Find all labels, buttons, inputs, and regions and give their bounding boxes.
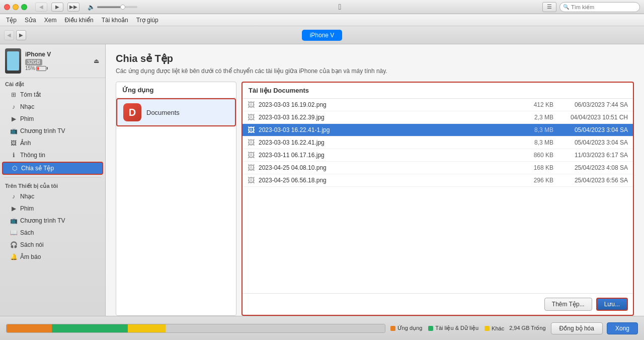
menu-sua[interactable]: Sửa	[21, 16, 40, 25]
doc-size: 296 KB	[518, 177, 553, 184]
documents-app-icon: D	[123, 103, 141, 121]
apps-label-text: Ứng dụng	[397, 325, 423, 331]
volume-control: 🔈	[88, 4, 137, 11]
sachnoi-icon: 🎧	[10, 241, 17, 248]
sidebar-item-label: Sách nói	[20, 241, 44, 248]
other-color-dot	[485, 326, 490, 331]
file-share-container: Ứng dụng D Documents Tài liệu Documents	[116, 82, 634, 316]
close-button[interactable]	[4, 4, 10, 10]
app-icon-letter: D	[129, 107, 136, 118]
doc-size: 168 KB	[518, 164, 553, 171]
minimize-button[interactable]	[13, 4, 19, 10]
menu-tep[interactable]: Tệp	[2, 16, 21, 25]
doc-name: 2023-03-11 06.17.16.jpg	[259, 152, 514, 159]
list-view-icon: ☰	[547, 4, 552, 10]
storage-segment-other	[128, 324, 166, 332]
save-button[interactable]: Lưu...	[596, 298, 628, 311]
file-icon: 🖼	[248, 126, 255, 134]
sidebar-item-phim2[interactable]: ▶ Phim	[2, 203, 103, 214]
file-icon: 🖼	[248, 113, 255, 121]
main-area: iPhone V 32GB 15% ⏏ Cài đặt ⊞ Tóm tắt	[0, 44, 644, 316]
back-button[interactable]: ◀	[35, 3, 47, 12]
doc-date: 11/03/2023 6:17 SA	[557, 152, 628, 159]
sidebar-section-device: Trên Thiết bị của tôi	[0, 180, 105, 190]
table-row[interactable]: 🖼 2023-03-03 16.22.41.jpg 8,3 MB 05/04/2…	[243, 137, 633, 149]
sidebar-item-chiase[interactable]: ⬡ Chia sẻ Tệp	[2, 162, 103, 175]
sidebar-item-chuongtrinhtv[interactable]: 📺 Chương trình TV	[2, 125, 103, 137]
add-file-button[interactable]: Thêm Tệp...	[544, 298, 592, 311]
sidebar-item-phim[interactable]: ▶ Phim	[2, 113, 103, 124]
sidebar-item-label: Chương trình TV	[20, 217, 65, 224]
sidebar-section-setup: Cài đặt	[0, 78, 105, 89]
sidebar-item-chuongtrinhtv2[interactable]: 📺 Chương trình TV	[2, 215, 103, 226]
list-view-button[interactable]: ☰	[542, 2, 556, 12]
tomtat-icon: ⊞	[10, 91, 17, 98]
volume-thumb[interactable]	[120, 5, 125, 10]
docs-panel-header: Tài liệu Documents	[243, 83, 633, 99]
table-row[interactable]: 🖼 2023-03-11 06.17.16.jpg 860 KB 11/03/2…	[243, 149, 633, 162]
play-button[interactable]: ▶▶	[67, 3, 79, 12]
menu-dieukhien[interactable]: Điều khiển	[60, 16, 97, 25]
menu-xem[interactable]: Xem	[40, 16, 61, 25]
page-title: Chia sẻ Tệp	[116, 52, 634, 64]
table-row[interactable]: 🖼 2023-03-03 16.22.39.jpg 2,3 MB 04/04/2…	[243, 111, 633, 124]
phim-icon: ▶	[10, 115, 17, 122]
table-row[interactable]: 🖼 2023-03-03 16.22.41-1.jpg 8,3 MB 05/04…	[243, 124, 633, 137]
search-input[interactable]	[571, 4, 636, 10]
apps-color-dot	[390, 326, 395, 331]
battery-body	[36, 66, 46, 71]
sidebar-item-nhac[interactable]: ♪ Nhạc	[2, 101, 103, 112]
storage-label-other: Khác	[485, 325, 504, 331]
storage-segment-docs	[52, 324, 127, 332]
sidebar-item-tomtat[interactable]: ⊞ Tóm tắt	[2, 89, 103, 100]
docs-label-text: Tài liệu & Dữ liệu	[435, 325, 478, 331]
menu-taikhoan[interactable]: Tài khoản	[98, 16, 132, 25]
sidebar-item-sach[interactable]: 📖 Sách	[2, 227, 103, 238]
sidebar-item-sachnoi[interactable]: 🎧 Sách nói	[2, 239, 103, 250]
nhac-icon: ♪	[10, 103, 17, 110]
file-icon: 🖼	[248, 164, 255, 172]
docs-color-dot	[428, 326, 433, 331]
done-button[interactable]: Xong	[607, 322, 638, 334]
sidebar-item-anh[interactable]: 🖼 Ảnh	[2, 138, 103, 149]
forward-button[interactable]: ▶	[51, 3, 63, 12]
doc-size: 412 KB	[518, 101, 553, 108]
doc-date: 05/04/2023 3:04 SA	[557, 126, 628, 133]
app-item-documents[interactable]: D Documents	[116, 98, 236, 126]
sidebar-item-thongtin[interactable]: ℹ Thông tin	[2, 150, 103, 161]
sidebar-item-label: Sách	[20, 229, 34, 236]
battery-percentage: 15%	[25, 65, 35, 71]
storage-segment-apps	[7, 324, 52, 332]
table-row[interactable]: 🖼 2023-04-25 06.56.18.png 296 KB 25/04/2…	[243, 174, 633, 187]
table-row[interactable]: 🖼 2023-03-03 16.19.02.png 412 KB 06/03/2…	[243, 99, 633, 111]
nhac2-icon: ♪	[10, 193, 17, 200]
eject-button[interactable]: ⏏	[92, 57, 100, 65]
battery-icon	[36, 66, 48, 71]
sync-button[interactable]: Đồng bộ hóa	[551, 322, 603, 334]
doc-name: 2023-04-25 06.56.18.png	[259, 177, 514, 184]
table-row[interactable]: 🖼 2023-04-25 04.08.10.png 168 KB 25/04/2…	[243, 162, 633, 174]
volume-icon: 🔈	[88, 4, 95, 11]
doc-date: 04/04/2023 10:51 CH	[557, 114, 628, 121]
device-info: iPhone V 32GB 15%	[25, 51, 88, 71]
maximize-button[interactable]	[21, 4, 27, 10]
device-selector-button[interactable]: iPhone V	[302, 30, 343, 41]
search-box: 🔍	[559, 2, 640, 12]
sidebar-item-label: Âm báo	[20, 253, 41, 260]
device-header: iPhone V 32GB 15% ⏏	[0, 44, 105, 78]
sidebar-item-label: Nhạc	[20, 193, 34, 200]
menu-trogiup[interactable]: Trợ giúp	[132, 16, 163, 25]
doc-name: 2023-04-25 04.08.10.png	[259, 164, 514, 171]
sidebar-item-label: Phim	[20, 205, 34, 212]
volume-track[interactable]	[97, 6, 137, 8]
docs-panel: Tài liệu Documents 🖼 2023-03-03 16.19.02…	[242, 82, 634, 316]
sidebar-item-ambao[interactable]: 🔔 Âm báo	[2, 251, 103, 262]
doc-size: 2,3 MB	[518, 114, 553, 121]
nav-back-button[interactable]: ◀	[4, 30, 14, 40]
sidebar-item-nhac2[interactable]: ♪ Nhạc	[2, 191, 103, 202]
storage-labels: Ứng dụng Tài liệu & Dữ liệu Khác	[390, 325, 505, 331]
device-capacity-badge: 32GB	[25, 59, 42, 65]
page-description: Các ứng dụng được liệt kê bên dưới có th…	[116, 67, 634, 75]
content-area: Chia sẻ Tệp Các ứng dụng được liệt kê bê…	[106, 44, 644, 316]
nav-forward-button[interactable]: ▶	[16, 30, 26, 40]
